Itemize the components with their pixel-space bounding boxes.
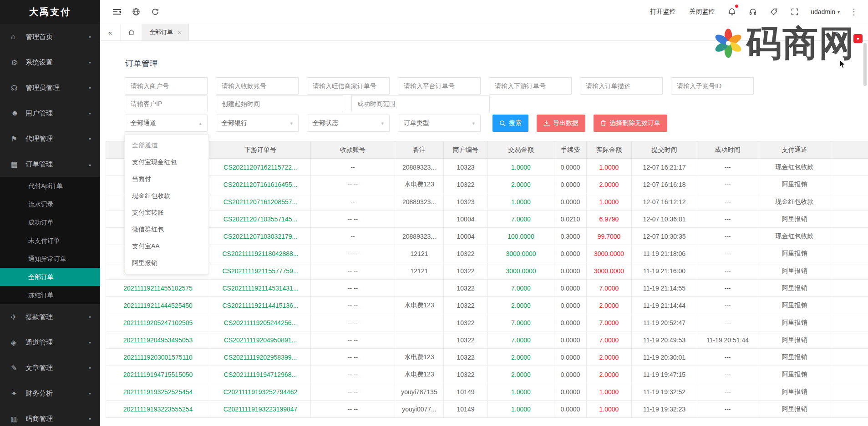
column-header: 下游订单号 [210, 141, 311, 159]
filter-input[interactable] [216, 95, 343, 112]
search-button[interactable]: 搜索 [492, 115, 528, 132]
column-header: 商户编号 [444, 141, 488, 159]
refresh-icon[interactable] [146, 4, 165, 20]
table-cell: 3000.0000 [587, 262, 632, 280]
globe-icon[interactable] [127, 4, 146, 20]
table-cell: 0.0000 [554, 262, 587, 280]
table-cell: 10322 [444, 349, 488, 366]
table-cell: --- [697, 366, 758, 383]
filter-input[interactable] [671, 77, 754, 95]
sidebar-item-finance[interactable]: ✦财务分析▾ [0, 381, 100, 406]
chevron-down-icon: ▾ [838, 10, 840, 15]
close-monitor-button[interactable]: 关闭监控 [683, 8, 721, 16]
dropdown-option[interactable]: 当面付 [125, 170, 208, 187]
fullscreen-icon[interactable] [785, 4, 804, 20]
sidebar-item-article[interactable]: ✎文章管理▾ [0, 355, 100, 381]
more-icon[interactable]: ⋮ [846, 7, 862, 17]
filter-input[interactable] [125, 77, 208, 95]
table-cell: 12-07 16:12:12 [632, 193, 697, 210]
collapse-menu-icon[interactable] [107, 4, 127, 20]
dropdown-option[interactable]: 支付宝转账 [125, 204, 208, 221]
close-icon[interactable]: × [178, 29, 181, 36]
sidebar-item-channel[interactable]: ◈通道管理▾ [0, 330, 100, 355]
table-cell: 2.0000 [587, 349, 632, 366]
channel-select[interactable]: 全部通道▴ [125, 115, 208, 132]
table-cell: CS20211119194712968... [210, 366, 311, 383]
table-row: 20211119204953495053CS20211119204950891.… [106, 331, 868, 349]
filter-input[interactable] [125, 95, 208, 112]
support-icon[interactable] [743, 4, 762, 20]
filter-input[interactable] [398, 77, 481, 95]
table-cell: 阿里报销 [758, 297, 831, 314]
sidebar-subitem-abnormal-orders[interactable]: 通知异常订单 [0, 250, 100, 268]
filter-input[interactable] [216, 77, 299, 95]
table-cell: 阿里报销 [758, 401, 831, 418]
sidebar-item-label: 文章管理 [25, 364, 89, 372]
dropdown-option[interactable]: 支付宝现金红包 [125, 154, 208, 170]
chevron-down-icon: ▾ [89, 35, 91, 40]
table-cell: --- [697, 383, 758, 401]
export-data-button[interactable]: 导出数据 [537, 115, 585, 132]
sidebar-item-withdraw[interactable]: ✈提款管理▾ [0, 304, 100, 330]
username: udadmin [811, 8, 835, 15]
dropdown-option[interactable]: 微信群红包 [125, 221, 208, 238]
sidebar-item-admin[interactable]: ☊管理员管理▾ [0, 75, 100, 100]
sidebar-item-home[interactable]: ⌂管理首页▾ [0, 24, 100, 50]
sidebar-item-merchant[interactable]: ▦码商管理▾ [0, 406, 100, 426]
sidebar-subitem-success-orders[interactable]: 成功订单 [0, 213, 100, 231]
dropdown-option[interactable]: 全部通道 [125, 137, 208, 154]
order-type-select[interactable]: 订单类型▾ [398, 115, 481, 132]
tag-icon[interactable] [764, 4, 783, 20]
filter-row-1 [125, 77, 754, 95]
table-cell: CS20211119205244256... [210, 314, 311, 331]
table-cell: -- -- [311, 366, 395, 383]
sidebar-item-order[interactable]: ▤订单管理▴ [0, 151, 100, 177]
scrollbar-thumb[interactable] [863, 43, 867, 86]
dropdown-option[interactable]: 支付宝AA [125, 238, 208, 255]
delete-invalid-orders-button[interactable]: 选择删除无效订单 [594, 115, 667, 132]
table-cell: 7.0000 [587, 314, 632, 331]
tabs-scroll-right-icon[interactable]: » [827, 24, 847, 40]
sidebar-subitem-all-orders[interactable]: 全部订单 [0, 268, 100, 286]
table-cell: 11-19 21:14:55 [632, 280, 697, 297]
sidebar-item-user[interactable]: ☻用户管理▾ [0, 100, 100, 126]
table-cell: 6.9790 [587, 210, 632, 228]
dropdown-option[interactable]: 阿里报销 [125, 255, 208, 271]
table-cell: 11-19 19:47:15 [632, 366, 697, 383]
column-header: 手续费 [554, 141, 587, 159]
table-cell: 10149 [444, 383, 488, 401]
sidebar-subitem-frozen-orders[interactable]: 冻结订单 [0, 286, 100, 304]
table-cell: 0.0000 [554, 349, 587, 366]
filter-input[interactable] [489, 77, 572, 95]
table-cell: C20211119193252794462 [210, 383, 311, 401]
filter-input[interactable] [307, 77, 390, 95]
sidebar-subitem-unpaid-orders[interactable]: 未支付订单 [0, 231, 100, 250]
status-select[interactable]: 全部状态▾ [307, 115, 390, 132]
bell-icon[interactable] [722, 4, 741, 20]
filter-input[interactable] [580, 77, 663, 95]
table-cell: 10322 [444, 366, 488, 383]
chevron-down-icon: ▾ [89, 136, 91, 141]
tab-home[interactable] [120, 24, 142, 40]
table-cell: 20889323... [395, 193, 444, 210]
table-cell: youyi787135 [395, 383, 444, 401]
open-monitor-button[interactable]: 打开监控 [644, 8, 681, 16]
table-cell [831, 297, 868, 314]
tab-operations-button[interactable]: ▾ [853, 34, 863, 43]
select-value: 全部银行 [222, 119, 247, 127]
tabs-scroll-left-icon[interactable]: « [100, 24, 120, 40]
sidebar-subitem-api-pay-orders[interactable]: 代付Api订单 [0, 177, 100, 195]
table-cell: 10323 [444, 159, 488, 176]
user-menu[interactable]: udadmin ▾ [806, 8, 844, 15]
tab-all-orders[interactable]: 全部订单 × [142, 24, 189, 40]
bank-select[interactable]: 全部银行▾ [216, 115, 299, 132]
sidebar-item-agent[interactable]: ⚑代理管理▾ [0, 126, 100, 151]
filter-input[interactable] [351, 95, 490, 112]
sidebar-item-system[interactable]: ⚙系统设置▾ [0, 50, 100, 75]
table-cell: 12-07 10:36:01 [632, 210, 697, 228]
table-cell: 12121 [395, 262, 444, 280]
table-cell: 11-19 20:51:44 [697, 331, 758, 349]
table-cell: CS20211207103032179... [210, 228, 311, 245]
sidebar-subitem-flow-records[interactable]: 流水记录 [0, 195, 100, 213]
dropdown-option[interactable]: 现金红包收款 [125, 187, 208, 204]
